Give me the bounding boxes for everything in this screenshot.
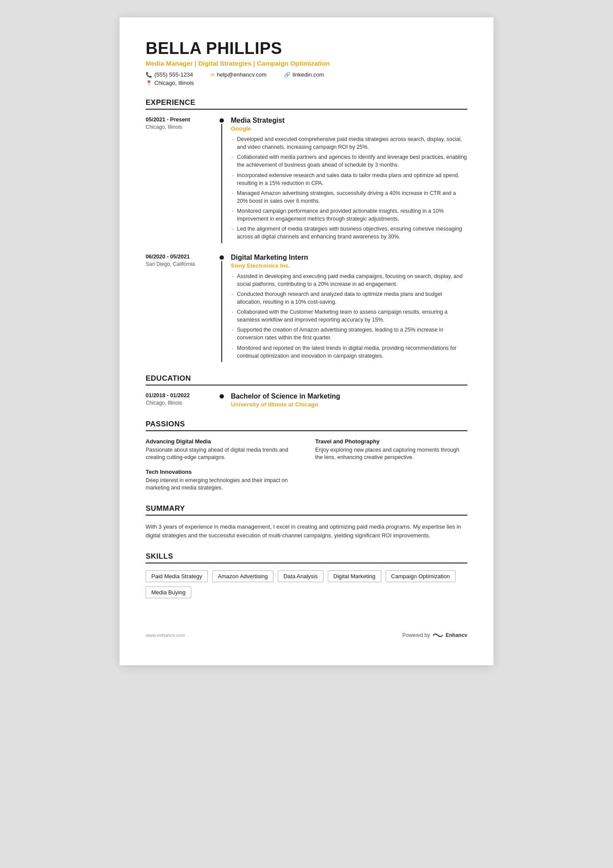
email-contact: ✉ help@enhancv.com	[210, 71, 267, 78]
education-section: EDUCATION 01/2018 - 01/2022 Chicago, Ill…	[146, 374, 467, 408]
company-2: Sony Electronics Inc.	[231, 262, 467, 269]
skills-section-title: SKILLS	[146, 552, 467, 563]
enhancv-logo-icon	[432, 631, 444, 639]
bullet-1-1: Developed and executed comprehensive pai…	[231, 135, 467, 151]
resume-footer: www.enhancv.com Powered by Enhancv	[146, 624, 467, 639]
bullet-1-4: Managed Amazon advertising strategies, s…	[231, 189, 467, 205]
bullet-1-2: Collaborated with media partners and age…	[231, 153, 467, 169]
exp-date-1: 05/2021 - Present	[146, 117, 215, 123]
summary-text: With 3 years of experience in media mana…	[146, 523, 467, 540]
powered-by-text: Powered by	[403, 632, 430, 638]
passion-title-2: Travel and Photography	[315, 438, 467, 445]
candidate-title: Media Manager | Digital Strategies | Cam…	[146, 60, 467, 67]
footer-website: www.enhancv.com	[146, 633, 185, 638]
experience-entry-2: 06/2020 - 05/2021 San Diego, California …	[146, 254, 467, 362]
summary-section-title: SUMMARY	[146, 504, 467, 516]
edu-location-1: Chicago, Illinois	[146, 400, 220, 406]
exp-line-1	[221, 124, 222, 243]
edu-left-1: 01/2018 - 01/2022 Chicago, Illinois	[146, 392, 220, 408]
brand-name: Enhancv	[446, 632, 467, 638]
experience-section: EXPERIENCE 05/2021 - Present Chicago, Il…	[146, 98, 467, 362]
passions-section: PASSIONS Advancing Digital Media Passion…	[146, 420, 467, 492]
contact-row-2: 📍 Chicago, Illinois	[146, 80, 467, 86]
passion-title-1: Advancing Digital Media	[146, 438, 298, 445]
passion-title-3: Tech Innovations	[146, 469, 298, 475]
bullet-1-3: Incorporated extensive research and sale…	[231, 171, 467, 187]
company-1: Google	[231, 125, 467, 132]
education-section-title: EDUCATION	[146, 374, 467, 385]
skills-container: Paid Media Strategy Amazon Advertising D…	[146, 570, 467, 598]
education-entry-1: 01/2018 - 01/2022 Chicago, Illinois Bach…	[146, 392, 467, 408]
bullets-2: Assisted in developing and executing pai…	[231, 272, 467, 360]
footer-brand: Powered by Enhancv	[403, 631, 467, 639]
skills-section: SKILLS Paid Media Strategy Amazon Advert…	[146, 552, 467, 598]
bullet-2-4: Supported the creation of Amazon adverti…	[231, 326, 467, 342]
location-icon: 📍	[146, 80, 152, 86]
passion-desc-2: Enjoy exploring new places and capturing…	[315, 446, 467, 462]
phone-number: (555) 555-1234	[154, 71, 193, 78]
bullet-2-2: Conducted thorough research and analyzed…	[231, 290, 467, 306]
edu-right-1: Bachelor of Science in Marketing Univers…	[231, 392, 467, 408]
experience-entry-1: 05/2021 - Present Chicago, Illinois Medi…	[146, 117, 467, 243]
contact-row-1: 📞 (555) 555-1234 ✉ help@enhancv.com 🔗 li…	[146, 71, 467, 78]
passions-section-title: PASSIONS	[146, 420, 467, 431]
passion-item-1: Advancing Digital Media Passionate about…	[146, 438, 298, 462]
exp-location-1: Chicago, Illinois	[146, 124, 215, 130]
skill-5: Campaign Optimization	[386, 570, 456, 582]
bullet-2-1: Assisted in developing and executing pai…	[231, 272, 467, 288]
candidate-name: BELLA PHILLIPS	[146, 39, 467, 58]
location-text: Chicago, Illinois	[154, 80, 194, 86]
passion-item-3: Tech Innovations Deep interest in emergi…	[146, 469, 298, 492]
skill-1: Paid Media Strategy	[146, 570, 208, 582]
skill-4: Digital Marketing	[328, 570, 381, 582]
passion-desc-3: Deep interest in emerging technologies a…	[146, 477, 298, 492]
phone-icon: 📞	[146, 72, 152, 78]
edu-school-1: University of Illinois at Chicago	[231, 401, 467, 408]
exp-date-2: 06/2020 - 05/2021	[146, 254, 215, 260]
bullet-2-5: Monitored and reported on the latest tre…	[231, 344, 467, 360]
summary-section: SUMMARY With 3 years of experience in me…	[146, 504, 467, 540]
skill-3: Data Analysis	[278, 570, 323, 582]
email-address: help@enhancv.com	[217, 71, 267, 78]
skill-2: Amazon Advertising	[212, 570, 273, 582]
exp-divider-2	[220, 254, 231, 362]
job-title-2: Digital Marketing Intern	[231, 254, 467, 261]
exp-line-2	[221, 261, 222, 362]
passions-grid: Advancing Digital Media Passionate about…	[146, 438, 467, 492]
edu-dot-1	[220, 394, 224, 399]
email-icon: ✉	[210, 72, 215, 78]
passion-desc-1: Passionate about staying ahead of digita…	[146, 446, 298, 462]
exp-right-1: Media Strategist Google Developed and ex…	[231, 117, 467, 243]
phone-contact: 📞 (555) 555-1234	[146, 71, 193, 78]
exp-dot-2	[220, 255, 224, 260]
linkedin-contact: 🔗 linkedin.com	[284, 71, 324, 78]
exp-right-2: Digital Marketing Intern Sony Electronic…	[231, 254, 467, 362]
linkedin-url: linkedin.com	[293, 71, 324, 78]
exp-location-2: San Diego, California	[146, 261, 215, 267]
job-title-1: Media Strategist	[231, 117, 467, 124]
exp-left-2: 06/2020 - 05/2021 San Diego, California	[146, 254, 220, 362]
bullet-1-5: Monitored campaign performance and provi…	[231, 207, 467, 223]
edu-date-1: 01/2018 - 01/2022	[146, 392, 220, 399]
skill-6: Media Buying	[146, 586, 191, 598]
link-icon: 🔗	[284, 72, 290, 78]
bullet-2-3: Collaborated with the Customer Marketing…	[231, 308, 467, 324]
exp-left-1: 05/2021 - Present Chicago, Illinois	[146, 117, 220, 243]
resume-header: BELLA PHILLIPS Media Manager | Digital S…	[146, 39, 467, 86]
edu-degree-1: Bachelor of Science in Marketing	[231, 392, 467, 400]
bullets-1: Developed and executed comprehensive pai…	[231, 135, 467, 241]
location-contact: 📍 Chicago, Illinois	[146, 80, 467, 86]
passion-item-2: Travel and Photography Enjoy exploring n…	[315, 438, 467, 462]
bullet-1-6: Led the alignment of media strategies wi…	[231, 225, 467, 241]
edu-divider-1	[220, 392, 231, 408]
exp-dot-1	[220, 118, 224, 123]
experience-section-title: EXPERIENCE	[146, 98, 467, 110]
exp-divider-1	[220, 117, 231, 243]
resume-page: BELLA PHILLIPS Media Manager | Digital S…	[120, 17, 493, 665]
